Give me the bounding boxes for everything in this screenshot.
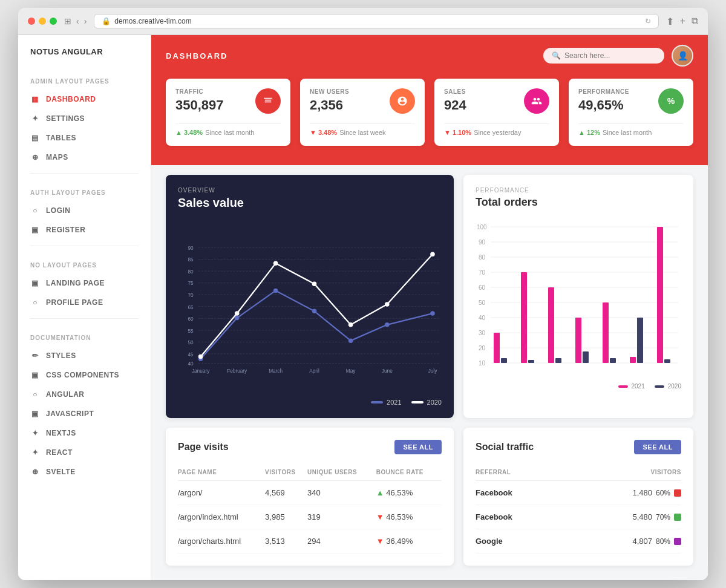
overview-chart-card: OVERVIEW Sales value .grid-line { stroke… — [166, 175, 454, 418]
svg-rect-74 — [637, 318, 643, 363]
page-visits-see-all-button[interactable]: SEE ALL — [394, 440, 442, 454]
search-input[interactable] — [564, 51, 656, 60]
browser-nav-icons: ⊞ ‹ › — [64, 16, 87, 26]
overview-section-label: OVERVIEW — [178, 187, 442, 194]
sidebar-item-javascript[interactable]: ▣ Javascript — [18, 404, 151, 423]
minimize-button[interactable] — [39, 18, 46, 25]
url-text: demos.creative-tim.com — [114, 17, 191, 25]
social-traffic-card: Social traffic SEE ALL REFERRAL VISITORS… — [463, 428, 693, 566]
sidebar-item-maps[interactable]: ⊕ MAPS — [18, 148, 151, 167]
maximize-button[interactable] — [50, 18, 57, 25]
page-visits-card: Page visits SEE ALL PAGE NAME VISITORS U… — [166, 428, 454, 566]
styles-icon: ✏ — [30, 351, 40, 361]
content-area: OVERVIEW Sales value .grid-line { stroke… — [151, 165, 708, 580]
svg-point-35 — [430, 252, 435, 257]
forward-icon[interactable]: › — [84, 16, 87, 26]
sidebar-toggle-icon[interactable]: ⊞ — [64, 16, 71, 26]
sidebar-item-profile[interactable]: ○ PROFILE PAGE — [18, 293, 151, 312]
stat-footer-users: ▼ 3.48% Since last week — [310, 123, 415, 136]
stat-label-users: NEW USERS — [310, 88, 349, 95]
sidebar-item-dashboard[interactable]: ▦ DASHBOARD — [18, 90, 151, 109]
bar-legend-label-2021: 2021 — [632, 383, 645, 390]
sidebar-item-login[interactable]: ○ LOGIN — [18, 201, 151, 220]
stat-change-sales: ▼ 1.10% — [444, 129, 471, 136]
share-icon[interactable]: ⬆ — [666, 16, 674, 27]
svg-text:90: 90 — [479, 239, 486, 246]
legend-item-2020: 2020 — [411, 399, 442, 406]
search-icon: 🔍 — [552, 51, 561, 60]
svg-rect-73 — [630, 357, 636, 363]
svg-point-30 — [235, 311, 240, 316]
stat-card-top-sales: SALES 924 — [444, 88, 549, 114]
social-pct-2: 80% — [656, 537, 670, 546]
sidebar-item-react[interactable]: ✦ React — [18, 443, 151, 462]
close-button[interactable] — [28, 18, 35, 25]
stat-value-perf: 49,65% — [578, 97, 629, 113]
avatar[interactable]: 👤 — [672, 45, 693, 67]
page-visits-table: PAGE NAME VISITORS UNIQUE USERS BOUNCE R… — [178, 464, 442, 554]
sidebar-item-label-styles: Styles — [46, 351, 76, 360]
stat-card-top-perf: PERFORMANCE 49,65% % — [578, 88, 684, 114]
sidebar-logo: NOTUS ANGULAR — [18, 47, 151, 68]
sidebar-section-label-docs: DOCUMENTATION — [18, 325, 151, 346]
svg-rect-69 — [575, 318, 581, 363]
svelte-icon: ⊕ — [30, 467, 40, 477]
angular-icon: ○ — [30, 390, 40, 399]
svg-text:50: 50 — [479, 299, 486, 306]
cell-page-0: /argon/ — [178, 481, 265, 505]
svg-text:March: March — [269, 368, 283, 374]
svg-text:30: 30 — [479, 330, 486, 336]
sidebar-item-tables[interactable]: ▤ TABLES — [18, 128, 151, 148]
sidebar-item-nextjs[interactable]: ✦ NextJS — [18, 423, 151, 443]
svg-point-28 — [430, 311, 435, 316]
avatar-image: 👤 — [673, 46, 692, 65]
sidebar-item-label-css: CSS Components — [46, 371, 119, 379]
social-traffic-see-all-button[interactable]: SEE ALL — [634, 440, 681, 454]
sidebar-item-svelte[interactable]: ⊕ Svelte — [18, 462, 151, 482]
svg-text:75: 75 — [188, 281, 194, 286]
sidebar-item-css[interactable]: ▣ CSS Components — [18, 365, 151, 385]
sidebar-item-styles[interactable]: ✏ Styles — [18, 346, 151, 365]
address-bar[interactable]: 🔒 demos.creative-tim.com ↻ — [94, 14, 658, 28]
page-title: DASHBOARD — [166, 51, 228, 60]
maps-icon: ⊕ — [30, 152, 40, 162]
svg-point-27 — [385, 322, 390, 327]
stat-label-perf: PERFORMANCE — [578, 88, 629, 95]
stat-period-sales: Since yesterday — [474, 129, 521, 136]
svg-point-32 — [312, 281, 317, 286]
app-layout: NOTUS ANGULAR ADMIN LAYOUT PAGES ▦ DASHB… — [18, 35, 708, 580]
social-pct-1: 70% — [656, 513, 670, 521]
social-traffic-table: REFERRAL VISITORS Facebook 1,480 60% — [476, 464, 681, 554]
svg-rect-72 — [610, 358, 616, 363]
cell-bounce-1: ▼ 46,53% — [376, 505, 442, 529]
sidebar-section-admin: ADMIN LAYOUT PAGES ▦ DASHBOARD ✦ SETTING… — [18, 68, 151, 167]
back-icon[interactable]: ‹ — [76, 16, 79, 26]
sidebar-item-angular[interactable]: ○ Angular — [18, 385, 151, 404]
bar-legend-label-2020: 2020 — [668, 383, 681, 390]
sidebar-item-label-nextjs: NextJS — [46, 429, 76, 437]
tables-icon: ▤ — [30, 133, 40, 143]
cell-page-2: /argon/charts.html — [178, 529, 265, 554]
browser-window: ⊞ ‹ › 🔒 demos.creative-tim.com ↻ ⬆ + ⧉ N… — [18, 8, 708, 580]
svg-text:May: May — [346, 368, 356, 374]
sidebar-item-label-login: LOGIN — [46, 206, 71, 215]
sidebar-item-settings[interactable]: ✦ SETTINGS — [18, 109, 151, 128]
overview-chart-title: Sales value — [178, 196, 442, 210]
table-row: /argon/charts.html 3,513 294 ▼ 36,49% — [178, 529, 442, 554]
sidebar-item-label-landing: LANDING PAGE — [46, 279, 105, 287]
sidebar-item-label-javascript: Javascript — [46, 410, 94, 418]
table-row: /argon/ 4,569 340 ▲ 46,53% — [178, 481, 442, 505]
sidebar-item-landing[interactable]: ▣ LANDING PAGE — [18, 273, 151, 293]
refresh-icon[interactable]: ↻ — [645, 17, 651, 25]
stat-icon-users — [390, 88, 415, 114]
tabs-icon[interactable]: ⧉ — [692, 16, 698, 27]
nextjs-icon: ✦ — [30, 428, 40, 438]
svg-rect-65 — [521, 272, 527, 363]
top-bar-right: 🔍 👤 — [543, 45, 693, 67]
legend-color-2021 — [371, 401, 383, 403]
sidebar-item-register[interactable]: ▣ REGISTER — [18, 220, 151, 240]
cell-unique-0: 340 — [307, 481, 376, 505]
new-tab-icon[interactable]: + — [680, 16, 685, 27]
svg-text:40: 40 — [188, 361, 194, 367]
search-box[interactable]: 🔍 — [543, 48, 664, 64]
